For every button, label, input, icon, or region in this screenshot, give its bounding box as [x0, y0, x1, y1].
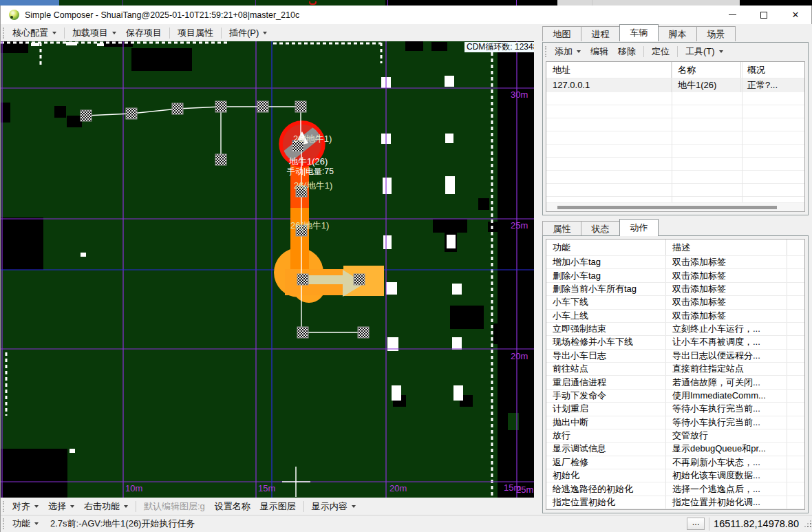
action-name-cell[interactable]: 显示调试信息 — [546, 443, 666, 455]
action-row[interactable]: 前往站点直接前往指定站点 — [546, 363, 804, 376]
toolbar-item[interactable]: 选择 — [43, 498, 79, 515]
tab-动作[interactable]: 动作 — [619, 219, 659, 236]
tab-场景[interactable]: 场景 — [696, 26, 736, 41]
toolbar-item[interactable]: 保存项目 — [121, 25, 167, 41]
action-name-cell[interactable]: 前往站点 — [546, 363, 666, 375]
maximize-button[interactable] — [748, 6, 780, 24]
vehicle-address-cell[interactable]: 127.0.0.1 — [546, 78, 672, 92]
path-node[interactable] — [297, 327, 308, 338]
action-name-cell[interactable]: 给逃逸路径的初始化 — [546, 482, 666, 495]
column-header[interactable]: 功能 — [546, 240, 666, 255]
action-desc-cell[interactable]: 立刻终止小车运行，... — [666, 323, 787, 335]
action-desc-cell[interactable]: 选择一个逃逸点后，... — [666, 482, 787, 495]
vehicle-status-cell[interactable]: 正常?... — [741, 78, 804, 92]
horizontal-scrollbar[interactable] — [546, 202, 804, 211]
map-canvas[interactable]: 30m25m20m10m15m20m15m25m26(地牛1)地牛1(26)手动… — [1, 41, 534, 498]
action-row[interactable]: 增加小车tag双击添加标签 — [546, 256, 804, 269]
toolbar-item[interactable]: 插件(P) — [224, 25, 272, 41]
toolbar-item[interactable]: 设置名称 — [210, 498, 255, 515]
tab-脚本[interactable]: 脚本 — [658, 26, 697, 41]
path-node[interactable] — [172, 103, 183, 114]
action-row[interactable]: 指定位置初始化指定位置并初始化调... — [546, 496, 804, 509]
toolbar-item[interactable]: 项目属性 — [173, 25, 218, 41]
vehicle-name-cell[interactable]: 地牛1(26) — [672, 78, 741, 92]
action-row[interactable]: 重启通信进程若通信故障，可关闭... — [546, 376, 804, 389]
action-row[interactable]: 现场检修并小车下线让小车不再被调度，... — [546, 336, 804, 349]
column-header[interactable]: 描述 — [666, 240, 787, 255]
action-desc-cell[interactable]: 显示debugQueue和pr... — [666, 443, 787, 455]
action-desc-cell[interactable]: 双击添加标签 — [666, 269, 787, 281]
column-header[interactable]: 名称 — [672, 62, 741, 78]
more-button[interactable]: ... — [687, 518, 705, 530]
close-button[interactable]: ✕ — [780, 6, 811, 24]
path-node[interactable] — [215, 101, 226, 112]
action-name-cell[interactable]: 返厂检修 — [546, 456, 666, 469]
tab-状态[interactable]: 状态 — [581, 221, 620, 236]
tab-进程[interactable]: 进程 — [581, 26, 620, 41]
action-name-cell[interactable]: 小车上线 — [546, 310, 666, 322]
resize-grip-icon[interactable] — [804, 520, 811, 527]
action-name-cell[interactable]: 放行 — [546, 429, 666, 442]
action-row[interactable]: 删除小车tag双击添加标签 — [546, 269, 804, 282]
action-desc-cell[interactable]: 导出日志以便远程分... — [666, 350, 787, 362]
path-node[interactable] — [215, 154, 226, 165]
toolbar-item[interactable]: 核心配置 — [8, 25, 61, 41]
action-desc-cell[interactable]: 等待小车执行完当前... — [666, 403, 787, 415]
status-mode-dropdown[interactable]: 功能 — [8, 515, 43, 532]
action-row[interactable]: 立即强制结束立刻终止小车运行，... — [546, 323, 804, 336]
action-name-cell[interactable]: 指定位置初始化 — [546, 496, 666, 509]
tab-车辆[interactable]: 车辆 — [619, 24, 659, 41]
toolbar-item[interactable]: 对齐 — [8, 498, 43, 515]
action-row[interactable]: 计划重启等待小车执行完当前... — [546, 403, 804, 416]
action-row[interactable]: 导出小车日志导出日志以便远程分... — [546, 350, 804, 363]
action-desc-cell[interactable]: 双击添加标签 — [666, 283, 787, 295]
action-row[interactable]: 显示调试信息显示debugQueue和pr... — [546, 443, 804, 456]
toolbar-item[interactable]: 右击功能 — [79, 498, 133, 515]
action-desc-cell[interactable]: 让小车不再被调度，... — [666, 336, 787, 348]
minimize-button[interactable] — [716, 6, 748, 24]
toolbar-item[interactable]: 定位 — [647, 43, 674, 60]
toolbar-item[interactable]: 显示图层 — [255, 498, 301, 515]
column-header[interactable]: 地址 — [546, 62, 672, 78]
path-node[interactable] — [126, 108, 137, 119]
vehicle-row-selected[interactable]: 127.0.0.1 地牛1(26) 正常?... — [546, 78, 804, 92]
toolbar-item[interactable]: 工具(T) — [681, 43, 728, 60]
action-row[interactable]: 手动下发命令使用ImmediateComm... — [546, 390, 804, 403]
action-row[interactable]: 抛出中断等待小车执行完当前... — [546, 416, 804, 429]
toolbar-item[interactable]: 添加 — [550, 43, 586, 60]
action-row[interactable]: 返厂检修不再刷新小车状态，... — [546, 456, 804, 469]
action-row[interactable]: 删除当前小车所有tag双击添加标签 — [546, 283, 804, 296]
action-row[interactable]: 放行交管放行 — [546, 429, 804, 443]
path-node[interactable] — [81, 110, 92, 121]
scrollbar-thumb[interactable] — [557, 206, 777, 209]
tab-属性[interactable]: 属性 — [542, 221, 581, 236]
action-name-cell[interactable]: 删除当前小车所有tag — [546, 283, 666, 295]
path-node[interactable] — [354, 274, 365, 285]
action-name-cell[interactable]: 导出小车日志 — [546, 350, 666, 362]
toolbar-item[interactable]: 移除 — [613, 43, 641, 60]
action-desc-cell[interactable]: 双击添加标签 — [666, 256, 787, 268]
action-name-cell[interactable]: 现场检修并小车下线 — [546, 336, 666, 348]
action-desc-cell[interactable]: 不再刷新小车状态，... — [666, 456, 787, 469]
action-name-cell[interactable]: 删除小车tag — [546, 269, 666, 281]
action-desc-cell[interactable]: 使用ImmediateComm... — [666, 390, 787, 402]
path-node[interactable] — [297, 274, 308, 285]
action-desc-cell[interactable]: 直接前往指定站点 — [666, 363, 787, 375]
action-desc-cell[interactable]: 初始化该车调度数据... — [666, 469, 787, 482]
action-desc-cell[interactable]: 双击添加标签 — [666, 296, 787, 308]
column-header[interactable]: 概况 — [741, 62, 804, 78]
toolbar-item[interactable]: 加载项目 — [67, 25, 121, 41]
action-name-cell[interactable]: 增加小车tag — [546, 256, 666, 268]
action-desc-cell[interactable]: 若通信故障，可关闭... — [666, 376, 787, 388]
action-row[interactable]: 初始化初始化该车调度数据... — [546, 469, 804, 482]
action-desc-cell[interactable]: 双击添加标签 — [666, 310, 787, 322]
path-node[interactable] — [358, 327, 369, 338]
action-desc-cell[interactable]: 交管放行 — [666, 429, 787, 442]
map-viewport[interactable]: 30m25m20m10m15m20m15m25m26(地牛1)地牛1(26)手动… — [1, 41, 534, 498]
action-name-cell[interactable]: 重启通信进程 — [546, 376, 666, 388]
path-node[interactable] — [295, 101, 306, 112]
action-row[interactable]: 给逃逸路径的初始化选择一个逃逸点后，... — [546, 482, 804, 496]
toolbar-item[interactable]: 编辑 — [586, 43, 613, 60]
action-name-cell[interactable]: 初始化 — [546, 469, 666, 482]
action-name-cell[interactable]: 计划重启 — [546, 403, 666, 415]
